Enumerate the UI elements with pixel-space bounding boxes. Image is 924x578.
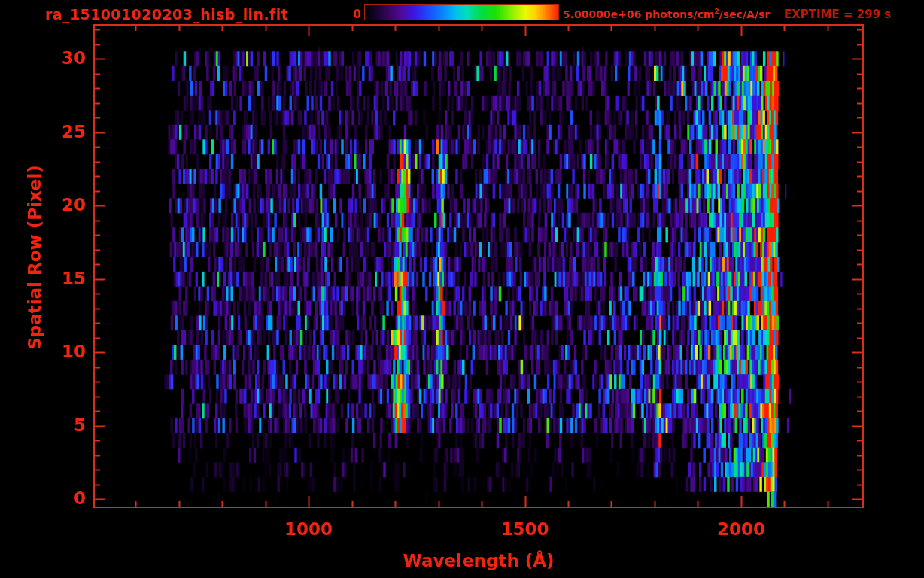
- filename-title: ra_151001020203_hisb_lin.fit: [45, 6, 288, 23]
- colorbar-max-suffix: /sec/A/sr: [719, 8, 771, 20]
- colorbar-min-label: 0: [336, 8, 361, 21]
- y-tick-label: 5: [36, 415, 86, 435]
- fits-quicklook-viewer: { "window": {"width": 1228, "height": 76…: [0, 0, 924, 578]
- exptime-label: EXPTIME = 299 s: [784, 8, 891, 21]
- y-tick-label: 25: [36, 122, 86, 141]
- y-axis-title: Spatial Row (Pixel): [25, 165, 44, 350]
- colorbar-max-label: 5.00000e+06 photons/cm2/sec/A/sr: [563, 8, 770, 20]
- colorbar-max-prefix: 5.00000e+06 photons/cm: [563, 8, 715, 20]
- y-tick-label: 30: [36, 48, 86, 68]
- x-tick-label: 1500: [484, 519, 567, 539]
- x-tick-label: 1000: [267, 519, 350, 539]
- x-axis-title: Wavelength (Å): [403, 551, 554, 570]
- spectral-heatmap-canvas: [0, 0, 924, 578]
- y-tick-label: 0: [36, 488, 86, 508]
- x-tick-label: 2000: [700, 519, 783, 539]
- colorbar-gradient: [364, 4, 559, 20]
